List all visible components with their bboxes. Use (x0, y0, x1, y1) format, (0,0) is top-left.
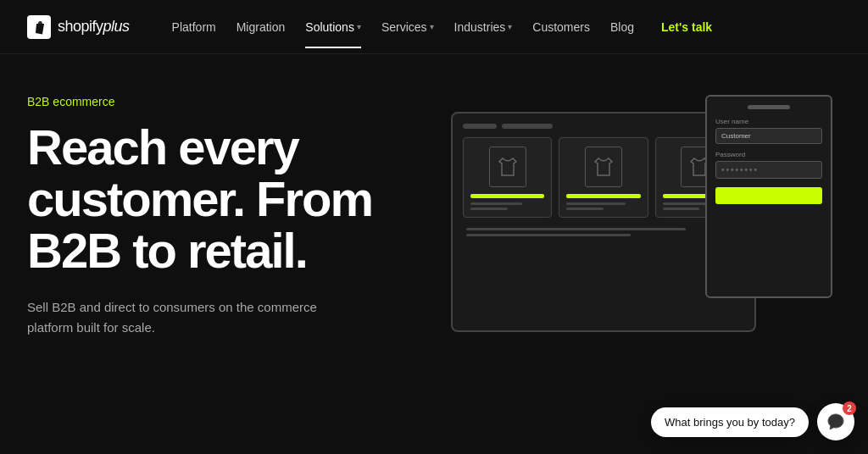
chat-bubble[interactable]: What brings you by today? (651, 407, 809, 437)
nav-links: Platform Migration Solutions ▾ Services … (164, 14, 841, 41)
chat-icon (826, 412, 845, 431)
logo[interactable]: shopifyplus (27, 15, 130, 39)
nav-item-industries[interactable]: Industries ▾ (446, 14, 521, 41)
hero-content: B2B ecommerce Reach every customer. From… (27, 95, 434, 454)
product-icon-2 (585, 147, 622, 187)
chevron-down-icon: ▾ (430, 22, 434, 31)
mobile-topbar (748, 105, 790, 109)
lets-talk-button[interactable]: Let's talk (653, 14, 721, 41)
chat-widget: What brings you by today? 2 (651, 403, 854, 440)
mobile-username-label: User name (715, 118, 822, 125)
logo-text: shopifyplus (58, 18, 130, 36)
product-card-1 (463, 137, 552, 218)
topbar-bar-2 (502, 124, 553, 129)
nav-item-blog[interactable]: Blog (602, 14, 643, 41)
mobile-password-label: Password (715, 151, 822, 158)
chevron-down-icon: ▾ (508, 22, 512, 31)
chat-badge-count: 2 (843, 401, 856, 415)
product-accent-bar (470, 194, 544, 198)
hero-title: Reach every customer. From B2B to retail… (27, 122, 434, 277)
topbar-bar-1 (463, 124, 497, 129)
shopify-icon (27, 15, 51, 39)
nav-item-solutions[interactable]: Solutions ▾ (297, 14, 370, 41)
chat-button[interactable]: 2 (817, 403, 854, 440)
hero-subtitle: Sell B2B and direct to consumers on the … (27, 297, 349, 338)
chevron-down-icon: ▾ (357, 22, 361, 31)
product-accent-bar (566, 194, 640, 198)
nav-item-migration[interactable]: Migration (228, 14, 294, 41)
product-card-2 (559, 137, 648, 218)
hero-section: B2B ecommerce Reach every customer. From… (0, 54, 868, 454)
mobile-login-button[interactable] (715, 187, 822, 204)
nav-item-platform[interactable]: Platform (164, 14, 225, 41)
nav-item-services[interactable]: Services ▾ (373, 14, 442, 41)
mobile-password-field: •••••••• (715, 161, 822, 179)
hero-illustration: User name Customer Password •••••••• (434, 95, 841, 454)
hero-badge: B2B ecommerce (27, 95, 434, 108)
product-grid (463, 137, 744, 218)
mobile-illustration: User name Customer Password •••••••• (705, 95, 832, 298)
product-icon-1 (489, 147, 526, 187)
navigation: shopifyplus Platform Migration Solutions… (0, 0, 868, 54)
nav-item-customers[interactable]: Customers (524, 14, 598, 41)
mobile-username-field: Customer (715, 128, 822, 144)
